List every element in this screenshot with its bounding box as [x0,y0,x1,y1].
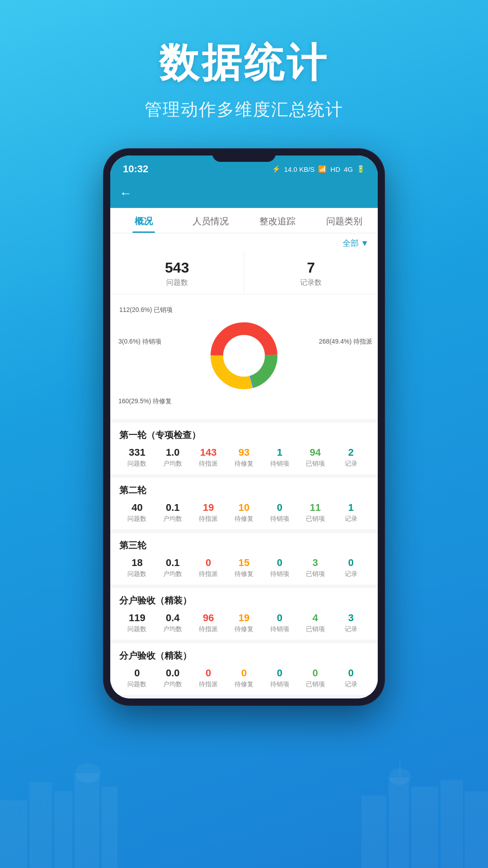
round-stat-value-3-3: 19 [226,612,262,624]
svg-rect-2 [54,791,72,868]
round-stat-label-2-5: 已销项 [297,570,333,578]
round-stat-label-0-5: 已销项 [297,460,333,468]
record-count-value: 7 [249,259,374,276]
round-stat-value-2-4: 0 [262,557,297,569]
round-section-4: 分户验收（精装）0问题数0.0户均数0待指派0待修复0待销项0已销项0记录 [110,643,378,695]
round-stat-value-3-1: 0.4 [155,612,191,624]
phone-notch [212,149,276,162]
hero-section: 数据统计 管理动作多维度汇总统计 [0,0,488,121]
round-stat-value-4-6: 0 [333,667,369,679]
round-stat-4-6: 0记录 [333,667,369,689]
round-stat-label-0-3: 待修复 [226,460,262,468]
round-stat-4-0: 0问题数 [119,667,155,689]
tab-personnel[interactable]: 人员情况 [177,208,244,233]
round-title-2: 第三轮 [119,539,369,552]
round-stat-0-1: 1.0户均数 [155,447,191,468]
round-stats-1: 40问题数0.1户均数19待指派10待修复0待销项11已销项1记录 [119,502,369,523]
round-stat-1-5: 11已销项 [297,502,333,523]
svg-rect-4 [102,787,117,868]
round-stat-value-4-1: 0.0 [155,667,191,679]
dropdown-icon: ▼ [361,239,369,248]
back-button[interactable]: ← [119,186,132,201]
tab-rectification[interactable]: 整改追踪 [244,208,311,233]
round-stat-1-1: 0.1户均数 [155,502,191,523]
network-icon: 4G [344,165,353,173]
round-stat-label-3-5: 已销项 [297,625,333,633]
round-stat-4-1: 0.0户均数 [155,667,191,689]
round-stat-value-4-3: 0 [226,667,262,679]
signal-text: 14.0 KB/S [284,165,315,173]
round-stat-label-4-5: 已销项 [297,680,333,689]
round-stat-value-2-2: 0 [191,557,226,569]
round-stat-label-1-3: 待修复 [226,515,262,523]
svg-rect-8 [411,787,438,868]
round-stats-4: 0问题数0.0户均数0待指派0待修复0待销项0已销项0记录 [119,667,369,689]
round-stat-label-4-0: 问题数 [119,680,155,689]
round-stat-2-0: 18问题数 [119,557,155,578]
round-stat-label-2-4: 待销项 [262,570,297,578]
round-stat-1-6: 1记录 [333,502,369,523]
round-stat-2-1: 0.1户均数 [155,557,191,578]
app-header: ← [110,179,378,208]
chart-label-pending-assign: 268(49.4%) 待指派 [319,338,372,346]
record-count-box: 7 记录数 [244,251,378,294]
round-stat-4-5: 0已销项 [297,667,333,689]
round-stat-value-0-5: 94 [297,447,333,458]
problem-count-label: 问题数 [115,278,239,288]
round-stat-0-2: 143待指派 [191,447,226,468]
round-stat-value-2-3: 15 [226,557,262,569]
round-stat-label-1-0: 问题数 [119,515,155,523]
round-stat-1-2: 19待指派 [191,502,226,523]
round-stat-label-1-1: 户均数 [155,515,191,523]
round-stat-3-0: 119问题数 [119,612,155,633]
chart-label-pending-fix: 160(29.5%) 待修复 [118,397,172,406]
round-stat-label-3-4: 待销项 [262,625,297,633]
round-stat-value-0-6: 2 [333,447,369,458]
filter-row: 全部 ▼ [110,233,378,251]
record-count-label: 记录数 [249,278,374,288]
round-stat-label-4-2: 待指派 [191,680,226,689]
round-section-0: 第一轮（专项检查）331问题数1.0户均数143待指派93待修复1待销项94已销… [110,423,378,474]
tab-issue-type[interactable]: 问题类别 [311,208,378,233]
round-stat-4-2: 0待指派 [191,667,226,689]
round-stat-value-2-0: 18 [119,557,155,569]
round-stat-value-3-5: 4 [297,612,333,624]
round-stat-value-0-1: 1.0 [155,447,191,458]
tab-overview[interactable]: 概况 [110,208,177,233]
round-stat-value-2-5: 3 [297,557,333,569]
round-stat-value-1-2: 19 [191,502,226,514]
round-stat-1-4: 0待销项 [262,502,297,523]
round-stat-value-1-6: 1 [333,502,369,514]
round-stat-value-4-0: 0 [119,667,155,679]
round-stat-label-2-3: 待修复 [226,570,262,578]
round-stat-label-0-6: 记录 [333,460,369,468]
wifi-icon: 📶 [318,165,327,173]
round-stat-value-3-0: 119 [119,612,155,624]
round-title-3: 分户验收（精装） [119,594,369,607]
status-time: 10:32 [123,163,148,175]
round-stat-label-2-0: 问题数 [119,570,155,578]
filter-all-button[interactable]: 全部 ▼ [343,238,369,249]
round-stat-value-3-4: 0 [262,612,297,624]
round-stat-label-2-2: 待指派 [191,570,226,578]
round-stat-value-1-3: 10 [226,502,262,514]
chart-label-closed: 112(20.6%) 已销项 [119,306,173,314]
round-stat-label-0-2: 待指派 [191,460,226,468]
round-section-1: 第二轮40问题数0.1户均数19待指派10待修复0待销项11已销项1记录 [110,478,378,529]
round-stats-2: 18问题数0.1户均数0待指派15待修复0待销项3已销项0记录 [119,557,369,578]
tabs-bar: 概况 人员情况 整改追踪 问题类别 [110,208,378,233]
round-stat-label-0-0: 问题数 [119,460,155,468]
problem-count-box: 543 问题数 [110,251,244,294]
svg-rect-9 [441,780,463,868]
stats-summary: 543 问题数 7 记录数 [110,251,378,294]
round-stat-value-4-2: 0 [191,667,226,679]
svg-rect-10 [465,791,488,868]
round-stat-value-1-1: 0.1 [155,502,191,514]
round-stat-0-3: 93待修复 [226,447,262,468]
round-stat-value-0-0: 331 [119,447,155,458]
round-stat-label-1-4: 待销项 [262,515,297,523]
round-stat-1-3: 10待修复 [226,502,262,523]
round-stat-2-3: 15待修复 [226,557,262,578]
round-stat-1-0: 40问题数 [119,502,155,523]
svg-rect-1 [29,782,52,868]
